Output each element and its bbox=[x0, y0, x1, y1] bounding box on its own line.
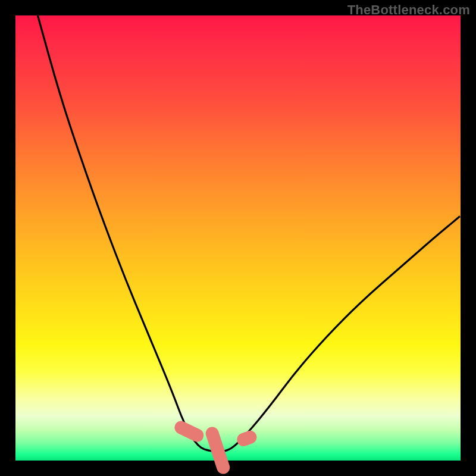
watermark-text: TheBottleneck.com bbox=[347, 2, 470, 18]
bottleneck-curve bbox=[37, 15, 461, 452]
outer-frame: TheBottleneck.com bbox=[0, 0, 476, 476]
gradient-plot-area bbox=[15, 15, 461, 461]
curve-svg bbox=[15, 15, 461, 461]
